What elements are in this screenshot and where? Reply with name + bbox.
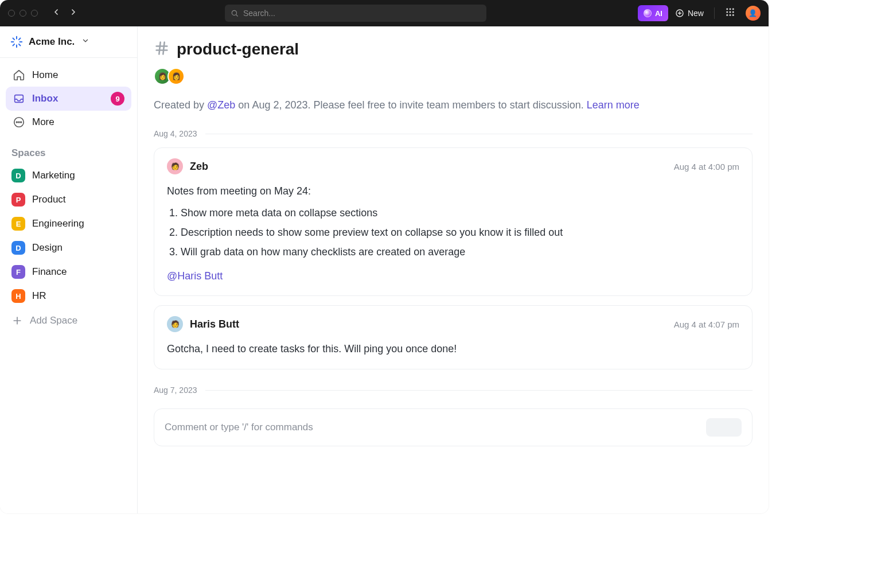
divider bbox=[205, 390, 753, 391]
svg-point-12 bbox=[729, 14, 731, 16]
sidebar-item-space[interactable]: DMarketing bbox=[0, 163, 137, 188]
space-badge-icon: D bbox=[11, 169, 25, 182]
svg-point-10 bbox=[732, 11, 734, 13]
divider bbox=[714, 7, 715, 19]
add-space-label: Add Space bbox=[30, 315, 77, 326]
sidebar-item-label: More bbox=[32, 116, 54, 128]
date-separator: Aug 4, 2023 bbox=[154, 129, 753, 138]
home-icon bbox=[13, 69, 25, 81]
plus-icon bbox=[11, 315, 23, 326]
search-input[interactable]: Search... bbox=[225, 5, 486, 22]
user-avatar[interactable]: 👤 bbox=[746, 6, 761, 21]
apps-grid-icon[interactable] bbox=[725, 7, 735, 20]
search-placeholder: Search... bbox=[243, 9, 275, 18]
member-avatar: 👩 bbox=[167, 68, 185, 85]
comment-input[interactable] bbox=[165, 422, 706, 433]
author-name[interactable]: Haris Butt bbox=[190, 318, 239, 330]
more-icon bbox=[13, 116, 25, 128]
sidebar: Acme Inc. Home Inbox 9 More bbox=[0, 26, 138, 513]
space-label: HR bbox=[32, 290, 46, 302]
divider bbox=[205, 134, 753, 134]
svg-point-7 bbox=[732, 8, 734, 10]
space-badge-icon: H bbox=[11, 289, 25, 303]
comment-composer[interactable] bbox=[154, 408, 753, 446]
topbar: Search... AI New 👤 bbox=[0, 0, 769, 26]
author-avatar[interactable]: 🧑 bbox=[167, 158, 183, 174]
ai-label: AI bbox=[655, 9, 662, 18]
search-icon bbox=[231, 9, 239, 17]
message: 🧑 Haris Butt Aug 4 at 4:07 pm Gotcha, I … bbox=[154, 305, 753, 369]
nav-forward-icon[interactable] bbox=[69, 7, 78, 19]
sidebar-item-space[interactable]: PProduct bbox=[0, 188, 137, 212]
ai-button[interactable]: AI bbox=[638, 5, 668, 21]
close-window-icon[interactable] bbox=[8, 10, 15, 17]
svg-line-20 bbox=[13, 44, 15, 46]
space-badge-icon: E bbox=[11, 217, 25, 231]
author-avatar[interactable]: 🧑 bbox=[167, 316, 183, 332]
svg-line-31 bbox=[163, 42, 164, 54]
workspace-name: Acme Inc. bbox=[29, 36, 75, 48]
sidebar-item-inbox[interactable]: Inbox 9 bbox=[6, 87, 131, 111]
channel-desc-text: Created by bbox=[154, 99, 207, 111]
send-button[interactable] bbox=[706, 418, 742, 437]
spaces-header: Spaces bbox=[0, 139, 137, 163]
message-timestamp: Aug 4 at 4:00 pm bbox=[674, 162, 739, 172]
svg-point-11 bbox=[726, 14, 728, 16]
creator-mention[interactable]: @Zeb bbox=[207, 99, 235, 111]
mention[interactable]: @Haris Butt bbox=[167, 270, 223, 282]
space-badge-icon: F bbox=[11, 265, 25, 279]
message-timestamp: Aug 4 at 4:07 pm bbox=[674, 320, 739, 329]
channel-description: Created by @Zeb on Aug 2, 2023. Please f… bbox=[154, 98, 753, 113]
svg-point-6 bbox=[729, 8, 731, 10]
add-space-button[interactable]: Add Space bbox=[0, 308, 137, 333]
svg-point-9 bbox=[729, 11, 731, 13]
new-label: New bbox=[688, 9, 704, 18]
inbox-icon bbox=[13, 92, 25, 105]
message-text: Gotcha, I need to create tasks for this.… bbox=[167, 341, 739, 357]
new-button[interactable]: New bbox=[675, 9, 704, 18]
space-label: Engineering bbox=[32, 218, 84, 229]
date-label: Aug 4, 2023 bbox=[154, 129, 197, 138]
hash-icon bbox=[154, 40, 170, 59]
message-list-item: Description needs to show some preview t… bbox=[181, 225, 739, 241]
sidebar-item-label: Home bbox=[32, 69, 58, 81]
svg-line-16 bbox=[13, 38, 15, 40]
chevron-down-icon bbox=[81, 36, 89, 48]
space-label: Design bbox=[32, 242, 63, 254]
message-text: Notes from meeting on May 24: bbox=[167, 184, 739, 200]
sidebar-item-home[interactable]: Home bbox=[6, 64, 131, 87]
inbox-badge: 9 bbox=[111, 92, 124, 106]
sidebar-item-label: Inbox bbox=[32, 93, 58, 104]
spaces-list: DMarketingPProductEEngineeringDDesignFFi… bbox=[0, 163, 137, 308]
space-badge-icon: P bbox=[11, 193, 25, 207]
plus-circle-icon bbox=[675, 9, 684, 18]
maximize-window-icon[interactable] bbox=[31, 10, 38, 17]
author-name[interactable]: Zeb bbox=[190, 161, 208, 173]
message: 🧑 Zeb Aug 4 at 4:00 pm Notes from meetin… bbox=[154, 147, 753, 296]
channel-members[interactable]: 👩 👩 bbox=[154, 68, 753, 85]
svg-point-13 bbox=[732, 14, 734, 16]
channel-desc-text: on Aug 2, 2023. Please feel free to invi… bbox=[235, 99, 586, 111]
svg-point-23 bbox=[16, 122, 17, 123]
svg-line-30 bbox=[159, 42, 160, 54]
sidebar-item-space[interactable]: HHR bbox=[0, 284, 137, 308]
sidebar-item-space[interactable]: EEngineering bbox=[0, 212, 137, 236]
nav-back-icon[interactable] bbox=[52, 7, 61, 19]
minimize-window-icon[interactable] bbox=[20, 10, 26, 17]
date-label: Aug 7, 2023 bbox=[154, 385, 197, 395]
svg-point-8 bbox=[726, 11, 728, 13]
sidebar-item-space[interactable]: FFinance bbox=[0, 260, 137, 284]
svg-line-21 bbox=[19, 38, 21, 40]
svg-line-17 bbox=[19, 44, 21, 46]
space-label: Finance bbox=[32, 266, 67, 278]
workspace-switcher[interactable]: Acme Inc. bbox=[0, 26, 137, 58]
sidebar-item-more[interactable]: More bbox=[6, 111, 131, 134]
learn-more-link[interactable]: Learn more bbox=[587, 99, 640, 111]
workspace-logo-icon bbox=[10, 36, 23, 48]
ai-icon bbox=[644, 9, 652, 17]
svg-point-5 bbox=[726, 8, 728, 10]
date-separator: Aug 7, 2023 bbox=[154, 385, 753, 395]
sidebar-item-space[interactable]: DDesign bbox=[0, 236, 137, 260]
space-label: Product bbox=[32, 194, 66, 205]
svg-point-24 bbox=[18, 122, 20, 123]
